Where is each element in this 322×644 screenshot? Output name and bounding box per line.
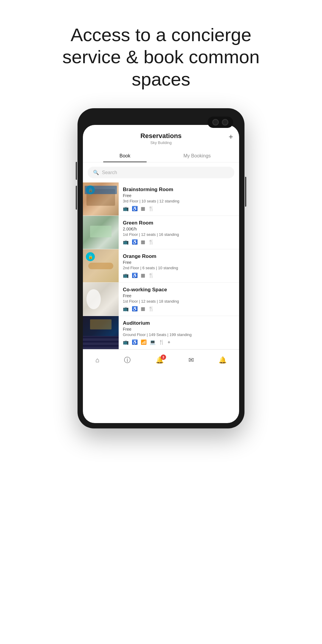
room-price: Free: [123, 260, 235, 265]
laptop-icon: 💻: [150, 339, 156, 345]
room-name: Orange Room: [123, 253, 235, 259]
room-item[interactable]: Co-working Space Free 1st Floor | 12 sea…: [83, 283, 239, 316]
room-info: Green Room 2.00€/h 1st Floor | 12 seats …: [119, 216, 239, 249]
catering-icon: 🍴: [148, 239, 154, 245]
catering-icon: 🍴: [148, 206, 154, 211]
room-thumbnail: [83, 316, 119, 349]
room-price: 2.00€/h: [123, 227, 235, 231]
more-icon: +: [168, 340, 170, 345]
room-details: 2nd Floor | 6 seats | 10 standing: [123, 266, 235, 270]
room-price: Free: [123, 193, 235, 198]
nav-notifications[interactable]: 🔔 3: [152, 355, 167, 365]
room-details: 3rd Floor | 10 seats | 12 standing: [123, 199, 235, 203]
search-placeholder: Search: [102, 170, 117, 175]
room-details: 1st Floor | 12 seats | 16 standing: [123, 232, 235, 237]
room-item[interactable]: 🔒 Brainstorming Room Free 3rd Floor | 10…: [83, 182, 239, 216]
camera-lens-2: [222, 119, 228, 126]
search-icon: 🔍: [93, 170, 99, 175]
nav-alerts[interactable]: 🔔: [215, 355, 230, 365]
room-item[interactable]: 🔒 Orange Room Free 2nd Floor | 6 seats |…: [83, 249, 239, 283]
hero-title: Access to a concierge service & book com…: [27, 0, 295, 108]
volume-up-button: [76, 162, 77, 180]
catering-icon: 🍴: [148, 306, 154, 312]
volume-down-button: [76, 186, 77, 210]
lock-badge: 🔒: [86, 185, 95, 194]
mail-icon: ✉: [188, 356, 194, 364]
room-name: Co-working Space: [123, 287, 235, 293]
notification-badge: 3: [161, 354, 166, 360]
room-name: Auditorium: [123, 320, 235, 326]
catering-icon: 🍴: [159, 339, 165, 345]
room-price: Free: [123, 293, 235, 298]
room-details: 1st Floor | 12 seats | 18 standing: [123, 299, 235, 304]
accessibility-icon: ♿: [132, 273, 138, 278]
power-button: [245, 177, 246, 207]
app-subtitle: Sky Building: [89, 140, 233, 145]
camera-lens-1: [212, 119, 219, 126]
bottom-nav: ⌂ ⓘ 🔔 3 ✉ 🔔: [83, 349, 239, 373]
room-amenities: 📺 ♿ ▦ 🍴: [123, 273, 235, 278]
room-item[interactable]: Green Room 2.00€/h 1st Floor | 12 seats …: [83, 216, 239, 249]
tab-book[interactable]: Book: [89, 150, 161, 162]
nav-messages[interactable]: ✉: [185, 355, 197, 365]
room-details: Ground Floor | 149 Seats | 199 standing: [123, 332, 235, 337]
phone-top-bar: [83, 114, 239, 123]
lock-badge: 🔒: [86, 252, 95, 261]
screen-icon: 📺: [123, 239, 129, 245]
app-header: Reservations Sky Building + Book My Book…: [83, 125, 239, 162]
room-price: Free: [123, 327, 235, 332]
screen-icon: 📺: [123, 273, 129, 278]
room-thumbnail: 🔒: [83, 249, 119, 282]
home-icon: ⌂: [95, 356, 99, 364]
room-thumbnail: [83, 283, 119, 316]
room-amenities: 📺 ♿ ▦ 🍴: [123, 239, 235, 245]
screen-icon: 📺: [123, 306, 129, 312]
room-name: Brainstorming Room: [123, 187, 235, 193]
screen-icon: 📺: [123, 339, 129, 345]
tab-bar: Book My Bookings: [89, 150, 233, 162]
catering-icon: 🍴: [148, 273, 154, 278]
room-item[interactable]: Auditorium Free Ground Floor | 149 Seats…: [83, 316, 239, 349]
room-name: Green Room: [123, 220, 235, 226]
nav-info[interactable]: ⓘ: [120, 354, 134, 366]
room-info: Co-working Space Free 1st Floor | 12 sea…: [119, 283, 239, 316]
room-thumbnail: [83, 216, 119, 249]
table-icon: ▦: [141, 306, 145, 312]
table-icon: ▦: [141, 206, 145, 211]
phone-screen: Reservations Sky Building + Book My Book…: [83, 125, 239, 423]
room-info: Brainstorming Room Free 3rd Floor | 10 s…: [119, 182, 239, 216]
alert-icon: 🔔: [219, 356, 227, 364]
room-thumbnail: 🔒: [83, 182, 119, 216]
accessibility-icon: ♿: [132, 306, 138, 312]
room-amenities: 📺 ♿ ▦ 🍴: [123, 306, 235, 312]
nav-home[interactable]: ⌂: [92, 355, 103, 365]
room-info: Orange Room Free 2nd Floor | 6 seats | 1…: [119, 249, 239, 282]
room-amenities: 📺 ♿ 📶 💻 🍴 +: [123, 339, 235, 345]
wifi-icon: 📶: [141, 339, 147, 345]
search-container: 🔍 Search: [83, 162, 239, 182]
info-icon: ⓘ: [124, 356, 131, 365]
room-amenities: 📺 ♿ ▦ 🍴: [123, 206, 235, 211]
room-list: 🔒 Brainstorming Room Free 3rd Floor | 10…: [83, 182, 239, 349]
table-icon: ▦: [141, 273, 145, 278]
app-title: Reservations: [89, 132, 233, 140]
accessibility-icon: ♿: [132, 339, 138, 345]
add-button[interactable]: +: [229, 132, 233, 141]
phone-frame: Reservations Sky Building + Book My Book…: [78, 108, 244, 428]
table-icon: ▦: [141, 239, 145, 245]
search-bar[interactable]: 🔍 Search: [88, 167, 234, 178]
accessibility-icon: ♿: [132, 206, 138, 211]
screen-icon: 📺: [123, 206, 129, 211]
accessibility-icon: ♿: [132, 239, 138, 245]
room-info: Auditorium Free Ground Floor | 149 Seats…: [119, 316, 239, 349]
tab-my-bookings[interactable]: My Bookings: [161, 150, 233, 162]
